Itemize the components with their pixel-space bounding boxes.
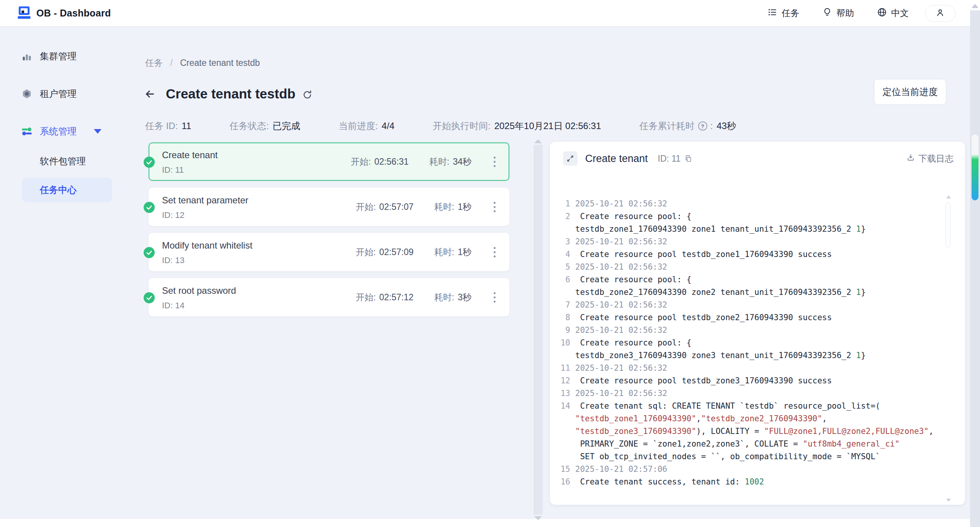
log-line: 72025-10-21 02:56:32 xyxy=(558,299,938,311)
back-arrow-icon[interactable] xyxy=(144,88,156,100)
task-progress-label: 当前进度: xyxy=(339,120,378,132)
start-label: 开始: xyxy=(351,156,371,168)
log-line-content: Create resource pool testdb_zone2_176094… xyxy=(575,311,832,324)
subtask-meta: 开始:02:56:31耗时:34秒 xyxy=(351,143,509,180)
log-line: 4 Create resource pool testdb_zone1_1760… xyxy=(558,248,938,261)
log-line-content: 2025-10-21 02:56:32 xyxy=(575,387,667,400)
locate-progress-button[interactable]: 定位当前进度 xyxy=(874,79,946,105)
avatar[interactable] xyxy=(925,5,955,22)
log-line-content: testdb_zone2_1760943390 zone2 tenant_uni… xyxy=(575,286,866,299)
window-scrollbar xyxy=(970,0,980,527)
log-line-number xyxy=(558,438,575,450)
log-line-number: 9 xyxy=(558,324,575,337)
more-actions-icon[interactable] xyxy=(491,245,498,260)
task-card[interactable]: Set root passwordID: 14开始:02:57:12耗时:3秒 xyxy=(149,278,509,316)
task-duration-separator: : xyxy=(710,121,713,131)
scroll-up-icon[interactable] xyxy=(534,139,542,143)
sidebar-item-tenant-management[interactable]: 租户管理 xyxy=(0,81,126,106)
log-line: testdb_zone3_1760943390 zone3 tenant_uni… xyxy=(558,349,938,362)
subtask-meta: 开始:02:57:07耗时:1秒 xyxy=(356,188,509,225)
task-info-row: 任务 ID: 11 任务状态: 已完成 当前进度: 4/4 开始执行时间: 20… xyxy=(145,120,736,132)
sidebar-item-system-management[interactable]: 系统管理 xyxy=(0,119,126,144)
log-panel-header: Create tenant ID: 11 下载日志 xyxy=(563,151,954,166)
log-line: PRIMARY_ZONE = `zone1,zone2,zone3`, COLL… xyxy=(558,438,938,450)
task-card[interactable]: Create tenantID: 11开始:02:56:31耗时:34秒 xyxy=(149,142,509,181)
start-value: 02:57:07 xyxy=(379,202,414,212)
subtask-name: Create tenant xyxy=(162,150,218,160)
log-line-number: 8 xyxy=(558,311,575,324)
log-scrollbar xyxy=(945,195,951,502)
log-line-number xyxy=(558,349,575,362)
sidebar-item-task-center[interactable]: 任务中心 xyxy=(22,178,112,202)
more-actions-icon[interactable] xyxy=(491,200,498,214)
start-value: 02:57:12 xyxy=(379,292,414,303)
task-card[interactable]: Modify tenant whitelistID: 13开始:02:57:09… xyxy=(149,233,509,271)
copy-icon[interactable] xyxy=(684,155,692,163)
task-start-value: 2025年10月21日 02:56:31 xyxy=(494,120,601,132)
log-panel-title: Create tenant xyxy=(585,153,648,165)
topbar-item-label: 任务 xyxy=(782,7,799,19)
ob-logo-icon xyxy=(18,6,31,20)
panel-divider-scrollbar xyxy=(533,139,543,520)
log-scroll-up-icon[interactable] xyxy=(946,195,951,198)
divider-bar[interactable] xyxy=(533,145,543,515)
window-scrollbar-thumb[interactable] xyxy=(972,134,978,200)
more-actions-icon[interactable] xyxy=(491,290,498,305)
task-status-group: 任务状态: 已完成 xyxy=(229,120,300,132)
sliders-icon xyxy=(21,126,32,137)
bar-chart-icon xyxy=(21,51,32,62)
task-id-group: 任务 ID: 11 xyxy=(145,120,191,132)
log-line-content: 2025-10-21 02:56:32 xyxy=(575,198,667,210)
subtask-meta: 开始:02:57:09耗时:1秒 xyxy=(356,234,509,270)
log-scroll-down-icon[interactable] xyxy=(946,499,951,502)
log-line: SET ob_tcp_invited_nodes = ``, ob_compat… xyxy=(558,450,938,463)
download-log-button[interactable]: 下载日志 xyxy=(906,153,954,165)
sidebar-item-cluster-management[interactable]: 集群管理 xyxy=(0,44,126,69)
log-body: 12025-10-21 02:56:322 Create resource po… xyxy=(558,198,938,488)
log-line-content: Create resource pool testdb_zone3_176094… xyxy=(575,375,832,387)
task-card[interactable]: Set tenant parameterID: 12开始:02:57:07耗时:… xyxy=(149,188,509,226)
task-id-value: 11 xyxy=(182,121,191,131)
subtask-list: Create tenantID: 11开始:02:56:31耗时:34秒Set … xyxy=(149,142,509,323)
sidebar-item-package-management[interactable]: 软件包管理 xyxy=(40,155,86,167)
breadcrumb-parent-link[interactable]: 任务 xyxy=(145,58,163,68)
log-line: 8 Create resource pool testdb_zone2_1760… xyxy=(558,311,938,324)
sidebar-item-label: 租户管理 xyxy=(40,88,77,100)
topbar-item-help[interactable]: 帮助 xyxy=(822,7,854,20)
topbar-item-language[interactable]: 中文 xyxy=(877,7,909,20)
log-line-number xyxy=(558,286,575,299)
help-icon[interactable] xyxy=(698,121,707,131)
log-line: 32025-10-21 02:56:32 xyxy=(558,236,938,248)
log-line: 6 Create resource pool: { xyxy=(558,273,938,286)
log-scrollbar-thumb[interactable] xyxy=(946,202,951,247)
log-line-content: "testdb_zone3_1760943390"), LOCALITY = "… xyxy=(575,425,934,438)
log-line: 2 Create resource pool: { xyxy=(558,210,938,223)
expand-icon[interactable] xyxy=(563,151,578,166)
window-scrollbar-track[interactable] xyxy=(970,10,980,527)
subtask-meta: 开始:02:57:12耗时:3秒 xyxy=(356,279,509,316)
topbar-item-label: 中文 xyxy=(891,7,909,19)
refresh-icon[interactable] xyxy=(302,90,312,100)
log-line-number: 13 xyxy=(558,387,575,400)
task-status-value: 已完成 xyxy=(273,120,300,132)
subtask-id: ID: 14 xyxy=(162,301,185,311)
window-scroll-up-icon[interactable] xyxy=(972,4,978,8)
subtask-id: ID: 13 xyxy=(162,255,185,265)
log-line: 92025-10-21 02:56:32 xyxy=(558,324,938,337)
log-line-number: 10 xyxy=(558,337,575,349)
log-panel-id: ID: 11 xyxy=(658,154,681,164)
brand: OB - Dashboard xyxy=(18,6,111,20)
duration-value: 1秒 xyxy=(458,246,471,258)
log-line-content: 2025-10-21 02:56:32 xyxy=(575,362,667,375)
scroll-down-icon[interactable] xyxy=(534,516,542,520)
log-line-content: 2025-10-21 02:56:32 xyxy=(575,299,667,311)
breadcrumb-separator: / xyxy=(170,58,172,68)
log-line-content: Create resource pool: { xyxy=(575,210,691,223)
topbar-item-tasks[interactable]: 任务 xyxy=(767,7,799,20)
log-line-content: "testdb_zone1_1760943390","testdb_zone2_… xyxy=(575,412,827,425)
log-line: 16 Create tenant success, tenant id: 100… xyxy=(558,476,938,488)
chevron-down-icon[interactable] xyxy=(94,129,101,134)
more-actions-icon[interactable] xyxy=(491,154,498,169)
duration-label: 耗时: xyxy=(434,291,454,303)
subtask-name: Modify tenant whitelist xyxy=(162,240,252,251)
